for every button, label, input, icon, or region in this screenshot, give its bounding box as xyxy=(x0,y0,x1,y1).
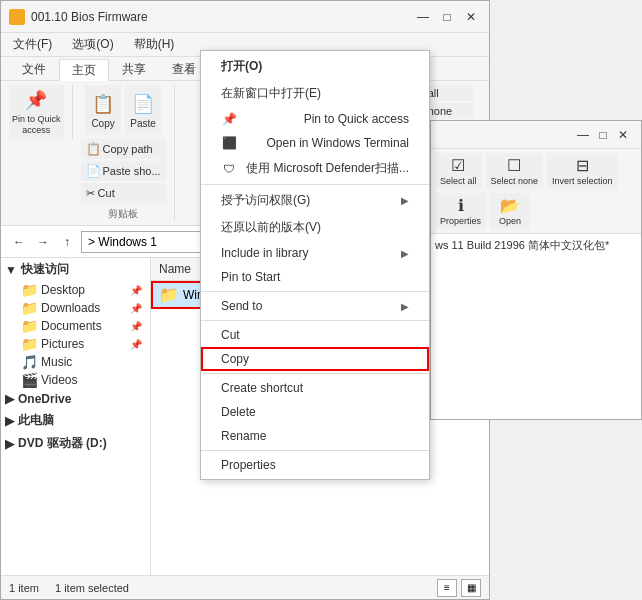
window-title: 001.10 Bios Firmware xyxy=(31,10,148,24)
ctx-properties[interactable]: Properties xyxy=(201,453,429,477)
paste-button[interactable]: 📄 Paste xyxy=(125,85,161,135)
paste-icon: 📄 xyxy=(131,92,155,116)
ribbon-buttons-top: 📋 Copy 📄 Paste xyxy=(85,85,161,135)
ctx-separator-5 xyxy=(201,450,429,451)
ctx-pin-start[interactable]: Pin to Start xyxy=(201,265,429,289)
paste-shortcut-icon: 📄 xyxy=(86,164,101,178)
cut-button[interactable]: ✂ Cut xyxy=(81,183,166,203)
detail-view-button[interactable]: ▦ xyxy=(461,579,481,597)
win2-invert-label: Invert selection xyxy=(552,176,613,186)
ctx-pin-quick[interactable]: 📌 Pin to Quick access xyxy=(201,107,429,131)
ctx-pin-label: Pin to Quick access xyxy=(304,112,409,126)
copy-button[interactable]: 📋 Copy xyxy=(85,85,121,135)
ctx-copy[interactable]: Copy xyxy=(201,347,429,371)
sidebar-onedrive-header[interactable]: ▶ OneDrive xyxy=(1,389,150,409)
videos-label: Videos xyxy=(41,373,77,387)
win2-open-button[interactable]: 📂 Open xyxy=(490,193,530,229)
sidebar-thispc-header[interactable]: ▶ 此电脑 xyxy=(1,409,150,432)
paste-shortcut-button[interactable]: 📄 Paste sho... xyxy=(81,161,166,181)
downloads-icon: 📁 xyxy=(21,301,37,315)
minimize-button[interactable]: — xyxy=(413,7,433,27)
pictures-label: Pictures xyxy=(41,337,84,351)
pin-label: Pin to Quickaccess xyxy=(12,114,61,136)
ctx-terminal-icon: ⬛ xyxy=(221,136,237,150)
sidebar-item-desktop[interactable]: 📁 Desktop 📌 xyxy=(1,281,150,299)
ctx-properties-label: Properties xyxy=(221,458,276,472)
win2-select-none-button[interactable]: ☐ Select none xyxy=(486,153,544,189)
win2-properties-icon: ℹ xyxy=(458,196,464,215)
documents-label: Documents xyxy=(41,319,102,333)
ctx-send-arrow: ▶ xyxy=(401,301,409,312)
win2-close[interactable]: ✕ xyxy=(613,125,633,145)
up-button[interactable]: ↑ xyxy=(57,232,77,252)
ctx-terminal-label: Open in Windows Terminal xyxy=(266,136,409,150)
ctx-open-terminal[interactable]: ⬛ Open in Windows Terminal xyxy=(201,131,429,155)
documents-pin: 📌 xyxy=(130,321,142,332)
win2-minimize[interactable]: — xyxy=(573,125,593,145)
ctx-send-to[interactable]: Send to ▶ xyxy=(201,294,429,318)
sidebar-item-videos[interactable]: 🎬 Videos xyxy=(1,371,150,389)
win2-select-all-button[interactable]: ☑ Select all xyxy=(435,153,482,189)
sidebar-dvd-header[interactable]: ▶ DVD 驱动器 (D:) xyxy=(1,432,150,455)
menu-file[interactable]: 文件(F) xyxy=(9,35,56,54)
sidebar: ▼ 快速访问 📁 Desktop 📌 📁 Downloads 📌 📁 Docum… xyxy=(1,258,151,575)
menu-help[interactable]: 帮助(H) xyxy=(130,35,179,54)
sidebar-item-downloads[interactable]: 📁 Downloads 📌 xyxy=(1,299,150,317)
ctx-delete[interactable]: Delete xyxy=(201,400,429,424)
forward-button[interactable]: → xyxy=(33,232,53,252)
sidebar-thispc-label: 此电脑 xyxy=(18,412,54,429)
paste-label: Paste xyxy=(130,118,156,129)
close-button[interactable]: ✕ xyxy=(461,7,481,27)
ribbon-group-pin: 📌 Pin to Quickaccess xyxy=(9,85,73,139)
ctx-cut-label: Cut xyxy=(221,328,240,342)
ctx-cut[interactable]: Cut xyxy=(201,323,429,347)
ctx-open-new-window[interactable]: 在新窗口中打开(E) xyxy=(201,80,429,107)
menu-options[interactable]: 选项(O) xyxy=(68,35,117,54)
sidebar-quickaccess-header[interactable]: ▼ 快速访问 xyxy=(1,258,150,281)
copy-path-button[interactable]: 📋 Copy path xyxy=(81,139,166,159)
win2-select-all-label: Select all xyxy=(440,176,477,186)
sidebar-item-documents[interactable]: 📁 Documents 📌 xyxy=(1,317,150,335)
sidebar-quickaccess-label: 快速访问 xyxy=(21,261,69,278)
ctx-rename[interactable]: Rename xyxy=(201,424,429,448)
sidebar-section-quickaccess: ▼ 快速访问 📁 Desktop 📌 📁 Downloads 📌 📁 Docum… xyxy=(1,258,150,389)
back-button[interactable]: ← xyxy=(9,232,29,252)
tab-file[interactable]: 文件 xyxy=(9,58,59,80)
ctx-defender-label: 使用 Microsoft Defender扫描... xyxy=(246,160,409,177)
win2-title-bar: — □ ✕ xyxy=(431,121,641,149)
win2-invert-button[interactable]: ⊟ Invert selection xyxy=(547,153,618,189)
win2-select-none-label: Select none xyxy=(491,176,539,186)
sidebar-section-thispc: ▶ 此电脑 xyxy=(1,409,150,432)
maximize-button[interactable]: □ xyxy=(437,7,457,27)
win2-maximize[interactable]: □ xyxy=(593,125,613,145)
pictures-pin: 📌 xyxy=(130,339,142,350)
ctx-open[interactable]: 打开(O) xyxy=(201,53,429,80)
win2-open-icon: 📂 xyxy=(500,196,520,215)
tab-share[interactable]: 共享 xyxy=(109,58,159,80)
ctx-include-library[interactable]: Include in library ▶ xyxy=(201,241,429,265)
list-view-button[interactable]: ≡ xyxy=(437,579,457,597)
ribbon-group-clipboard: 📋 Copy 📄 Paste 📋 Copy path 📄 Paste sho..… xyxy=(81,85,175,221)
paste-shortcut-label: Paste sho... xyxy=(103,165,161,177)
music-label: Music xyxy=(41,355,72,369)
win2-properties-button[interactable]: ℹ Properties xyxy=(435,193,486,229)
ctx-create-shortcut[interactable]: Create shortcut xyxy=(201,376,429,400)
status-items: 1 item xyxy=(9,582,39,594)
sidebar-item-pictures[interactable]: 📁 Pictures 📌 xyxy=(1,335,150,353)
ctx-open-new-window-label: 在新窗口中打开(E) xyxy=(221,85,321,102)
tab-home[interactable]: 主页 xyxy=(59,59,109,81)
ctx-copy-label: Copy xyxy=(221,352,249,366)
pin-to-quick-button[interactable]: 📌 Pin to Quickaccess xyxy=(9,85,64,139)
ctx-restore-previous[interactable]: 还原以前的版本(V) xyxy=(201,214,429,241)
videos-icon: 🎬 xyxy=(21,373,37,387)
copy-label: Copy xyxy=(91,118,114,129)
win2-content-text: ws 11 Build 21996 简体中文汉化包* xyxy=(435,239,609,251)
ctx-grant-access[interactable]: 授予访问权限(G) ▶ xyxy=(201,187,429,214)
view-controls: ≡ ▦ xyxy=(437,579,481,597)
copy-path-icon: 📋 xyxy=(86,142,101,156)
ctx-defender[interactable]: 🛡 使用 Microsoft Defender扫描... xyxy=(201,155,429,182)
sidebar-section-onedrive: ▶ OneDrive xyxy=(1,389,150,409)
desktop-pin: 📌 xyxy=(130,285,142,296)
ctx-defender-icon: 🛡 xyxy=(221,162,237,176)
sidebar-item-music[interactable]: 🎵 Music xyxy=(1,353,150,371)
